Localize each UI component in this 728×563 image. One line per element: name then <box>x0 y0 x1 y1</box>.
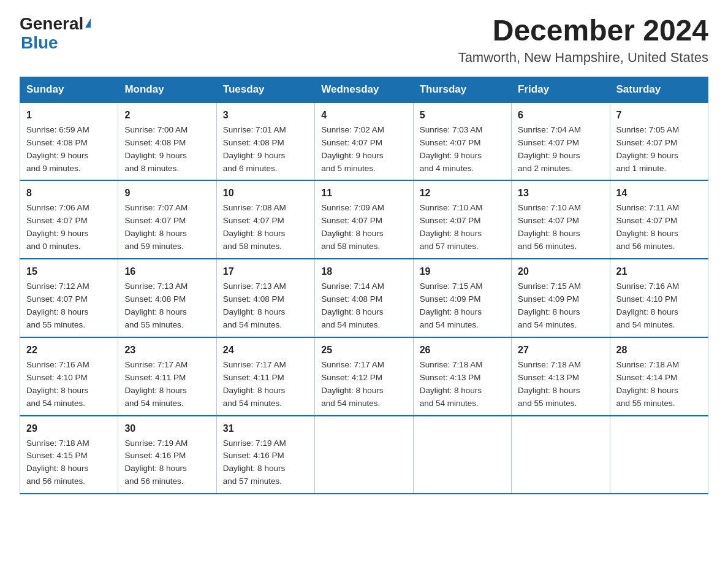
calendar-cell: 17Sunrise: 7:13 AMSunset: 4:08 PMDayligh… <box>216 259 314 337</box>
day-number: 22 <box>26 343 112 358</box>
calendar-cell: 24Sunrise: 7:17 AMSunset: 4:11 PMDayligh… <box>216 337 314 416</box>
day-number: 10 <box>223 186 308 201</box>
day-info: Sunrise: 7:13 AMSunset: 4:08 PMDaylight:… <box>124 280 210 332</box>
day-info: Sunrise: 7:17 AMSunset: 4:11 PMDaylight:… <box>124 359 210 410</box>
weekday-header-friday: Friday <box>512 77 610 102</box>
day-info: Sunrise: 7:05 AMSunset: 4:07 PMDaylight:… <box>616 124 702 175</box>
calendar-cell: 2Sunrise: 7:00 AMSunset: 4:08 PMDaylight… <box>118 102 216 181</box>
day-number: 20 <box>518 264 603 279</box>
day-number: 4 <box>321 108 406 123</box>
day-number: 26 <box>420 343 505 358</box>
day-number: 6 <box>518 108 603 123</box>
calendar-cell: 25Sunrise: 7:17 AMSunset: 4:12 PMDayligh… <box>315 337 413 416</box>
month-title: December 2024 <box>458 15 708 47</box>
calendar-cell: 9Sunrise: 7:07 AMSunset: 4:07 PMDaylight… <box>118 180 216 259</box>
title-area: December 2024 Tamworth, New Hampshire, U… <box>458 15 708 66</box>
calendar-cell: 13Sunrise: 7:10 AMSunset: 4:07 PMDayligh… <box>512 180 610 259</box>
day-number: 11 <box>321 186 406 201</box>
calendar-cell: 28Sunrise: 7:18 AMSunset: 4:14 PMDayligh… <box>610 337 708 416</box>
day-number: 5 <box>420 108 505 123</box>
day-info: Sunrise: 7:06 AMSunset: 4:07 PMDaylight:… <box>26 202 112 253</box>
calendar-cell: 15Sunrise: 7:12 AMSunset: 4:07 PMDayligh… <box>20 259 118 337</box>
calendar-week-row: 29Sunrise: 7:18 AMSunset: 4:15 PMDayligh… <box>20 416 708 494</box>
logo-triangle-icon <box>85 18 91 28</box>
day-number: 15 <box>26 264 112 279</box>
day-number: 23 <box>124 343 210 358</box>
day-number: 12 <box>420 186 505 201</box>
calendar-cell: 30Sunrise: 7:19 AMSunset: 4:16 PMDayligh… <box>118 416 216 494</box>
day-number: 19 <box>420 264 505 279</box>
day-number: 30 <box>124 421 210 436</box>
calendar-cell: 21Sunrise: 7:16 AMSunset: 4:10 PMDayligh… <box>610 259 708 337</box>
day-info: Sunrise: 7:16 AMSunset: 4:10 PMDaylight:… <box>26 359 112 410</box>
day-number: 7 <box>616 108 702 123</box>
weekday-header-sunday: Sunday <box>20 77 118 102</box>
calendar-cell: 11Sunrise: 7:09 AMSunset: 4:07 PMDayligh… <box>315 180 413 259</box>
day-info: Sunrise: 7:18 AMSunset: 4:15 PMDaylight:… <box>26 437 112 489</box>
day-number: 29 <box>26 421 112 436</box>
day-info: Sunrise: 7:18 AMSunset: 4:13 PMDaylight:… <box>518 359 603 410</box>
day-info: Sunrise: 7:07 AMSunset: 4:07 PMDaylight:… <box>124 202 210 253</box>
calendar-cell: 1Sunrise: 6:59 AMSunset: 4:08 PMDaylight… <box>20 102 118 181</box>
calendar-cell: 12Sunrise: 7:10 AMSunset: 4:07 PMDayligh… <box>413 180 511 259</box>
calendar-week-row: 1Sunrise: 6:59 AMSunset: 4:08 PMDaylight… <box>20 102 708 181</box>
calendar-cell: 29Sunrise: 7:18 AMSunset: 4:15 PMDayligh… <box>20 416 118 494</box>
day-number: 24 <box>223 343 308 358</box>
calendar-week-row: 22Sunrise: 7:16 AMSunset: 4:10 PMDayligh… <box>20 337 708 416</box>
day-info: Sunrise: 7:16 AMSunset: 4:10 PMDaylight:… <box>616 280 702 332</box>
day-number: 21 <box>616 264 702 279</box>
day-info: Sunrise: 7:13 AMSunset: 4:08 PMDaylight:… <box>223 280 308 332</box>
day-info: Sunrise: 7:12 AMSunset: 4:07 PMDaylight:… <box>26 280 112 332</box>
page-header: General Blue December 2024 Tamworth, New… <box>20 15 708 66</box>
day-info: Sunrise: 7:08 AMSunset: 4:07 PMDaylight:… <box>223 202 308 253</box>
calendar-cell: 7Sunrise: 7:05 AMSunset: 4:07 PMDaylight… <box>610 102 708 181</box>
calendar-cell <box>610 416 708 494</box>
day-number: 31 <box>223 421 308 436</box>
calendar-cell: 23Sunrise: 7:17 AMSunset: 4:11 PMDayligh… <box>118 337 216 416</box>
calendar-cell: 18Sunrise: 7:14 AMSunset: 4:08 PMDayligh… <box>315 259 413 337</box>
day-number: 13 <box>518 186 603 201</box>
calendar-cell <box>315 416 413 494</box>
day-number: 25 <box>321 343 406 358</box>
calendar-table: SundayMondayTuesdayWednesdayThursdayFrid… <box>20 77 708 494</box>
day-info: Sunrise: 7:15 AMSunset: 4:09 PMDaylight:… <box>420 280 505 332</box>
calendar-cell: 20Sunrise: 7:15 AMSunset: 4:09 PMDayligh… <box>512 259 610 337</box>
weekday-header-saturday: Saturday <box>610 77 708 102</box>
calendar-cell: 10Sunrise: 7:08 AMSunset: 4:07 PMDayligh… <box>216 180 314 259</box>
calendar-cell <box>512 416 610 494</box>
day-info: Sunrise: 6:59 AMSunset: 4:08 PMDaylight:… <box>26 124 112 175</box>
day-info: Sunrise: 7:10 AMSunset: 4:07 PMDaylight:… <box>518 202 603 253</box>
weekday-header-thursday: Thursday <box>413 77 511 102</box>
day-info: Sunrise: 7:19 AMSunset: 4:16 PMDaylight:… <box>223 437 308 489</box>
day-info: Sunrise: 7:00 AMSunset: 4:08 PMDaylight:… <box>124 124 210 175</box>
day-info: Sunrise: 7:19 AMSunset: 4:16 PMDaylight:… <box>124 437 210 489</box>
day-number: 3 <box>223 108 308 123</box>
calendar-cell: 6Sunrise: 7:04 AMSunset: 4:07 PMDaylight… <box>512 102 610 181</box>
weekday-header-monday: Monday <box>118 77 216 102</box>
day-number: 14 <box>616 186 702 201</box>
day-info: Sunrise: 7:17 AMSunset: 4:12 PMDaylight:… <box>321 359 406 410</box>
calendar-week-row: 8Sunrise: 7:06 AMSunset: 4:07 PMDaylight… <box>20 180 708 259</box>
calendar-cell: 27Sunrise: 7:18 AMSunset: 4:13 PMDayligh… <box>512 337 610 416</box>
logo-general-text: General <box>20 15 83 34</box>
day-number: 17 <box>223 264 308 279</box>
calendar-cell: 16Sunrise: 7:13 AMSunset: 4:08 PMDayligh… <box>118 259 216 337</box>
day-number: 18 <box>321 264 406 279</box>
day-info: Sunrise: 7:01 AMSunset: 4:08 PMDaylight:… <box>223 124 308 175</box>
day-info: Sunrise: 7:11 AMSunset: 4:07 PMDaylight:… <box>616 202 702 253</box>
day-number: 16 <box>124 264 210 279</box>
calendar-cell: 26Sunrise: 7:18 AMSunset: 4:13 PMDayligh… <box>413 337 511 416</box>
day-info: Sunrise: 7:03 AMSunset: 4:07 PMDaylight:… <box>420 124 505 175</box>
day-info: Sunrise: 7:10 AMSunset: 4:07 PMDaylight:… <box>420 202 505 253</box>
day-info: Sunrise: 7:14 AMSunset: 4:08 PMDaylight:… <box>321 280 406 332</box>
calendar-cell: 3Sunrise: 7:01 AMSunset: 4:08 PMDaylight… <box>216 102 314 181</box>
day-number: 27 <box>518 343 603 358</box>
day-info: Sunrise: 7:09 AMSunset: 4:07 PMDaylight:… <box>321 202 406 253</box>
calendar-cell: 22Sunrise: 7:16 AMSunset: 4:10 PMDayligh… <box>20 337 118 416</box>
calendar-cell: 4Sunrise: 7:02 AMSunset: 4:07 PMDaylight… <box>315 102 413 181</box>
location-subtitle: Tamworth, New Hampshire, United States <box>458 50 708 66</box>
day-info: Sunrise: 7:02 AMSunset: 4:07 PMDaylight:… <box>321 124 406 175</box>
calendar-cell: 8Sunrise: 7:06 AMSunset: 4:07 PMDaylight… <box>20 180 118 259</box>
day-number: 2 <box>124 108 210 123</box>
calendar-cell: 5Sunrise: 7:03 AMSunset: 4:07 PMDaylight… <box>413 102 511 181</box>
